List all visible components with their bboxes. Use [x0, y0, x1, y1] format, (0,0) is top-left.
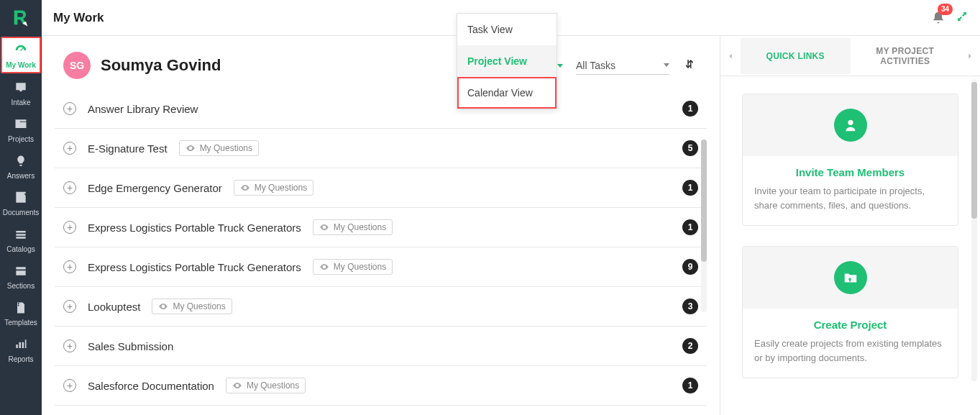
documents-icon	[13, 190, 29, 206]
project-row[interactable]: +Answer Library Review1	[55, 89, 707, 129]
eye-icon	[319, 222, 329, 232]
app-logo[interactable]	[0, 0, 42, 36]
tabs-prev-button[interactable]	[720, 51, 741, 61]
expand-row-button[interactable]: +	[63, 221, 76, 234]
my-questions-chip[interactable]: My Questions	[226, 378, 306, 393]
expand-row-button[interactable]: +	[63, 339, 76, 352]
count-badge: 5	[682, 140, 698, 156]
eye-icon	[232, 380, 242, 391]
expand-icon	[956, 10, 968, 23]
view-menu-item-task[interactable]: Task View	[457, 14, 557, 45]
sidebar-item-label: Projects	[8, 135, 34, 143]
sidebar-item-intake[interactable]: Intake	[1, 74, 41, 111]
folder-share-icon	[843, 270, 858, 286]
chevron-down-icon	[664, 63, 669, 67]
sidebar-item-label: Catalogs	[6, 245, 35, 253]
eye-icon	[240, 183, 250, 193]
my-questions-chip[interactable]: My Questions	[234, 180, 313, 196]
templates-icon	[13, 300, 29, 316]
lightbulb-icon	[13, 153, 29, 169]
expand-row-button[interactable]: +	[63, 260, 76, 273]
scrollbar[interactable]	[701, 140, 707, 312]
notifications-button[interactable]: 34	[928, 8, 948, 28]
project-row[interactable]: +Sales Submission2	[55, 327, 707, 366]
quick-link-desc: Invite your team to participate in proje…	[754, 184, 946, 212]
sidebar-item-my-work[interactable]: My Work	[1, 37, 41, 73]
quick-link-desc: Easily create projects from existing tem…	[754, 337, 946, 365]
sidebar-item-label: Answers	[7, 172, 35, 180]
sidebar-item-label: Templates	[4, 319, 37, 327]
avatar: SG	[63, 52, 91, 79]
left-sidebar: My Work Intake Projects Answers Document…	[0, 0, 42, 415]
project-row[interactable]: +Salesforce DocumentationMy Questions1	[55, 366, 707, 406]
expand-row-button[interactable]: +	[63, 379, 76, 392]
sidebar-item-documents[interactable]: Documents	[1, 184, 41, 221]
expand-row-button[interactable]: +	[63, 102, 76, 115]
project-row[interactable]: +Express Logistics Portable Truck Genera…	[55, 208, 707, 247]
main-content: SG Soumya Govind Project View All Tasks …	[42, 36, 720, 415]
user-name: Soumya Govind	[101, 56, 221, 75]
sidebar-item-label: Documents	[3, 209, 40, 216]
sidebar-item-templates[interactable]: Templates	[1, 294, 41, 331]
user-icon	[843, 117, 858, 133]
sidebar-item-catalogs[interactable]: Catalogs	[1, 221, 41, 257]
tab-quick-links[interactable]: QUICK LINKS	[741, 38, 851, 74]
expand-row-button[interactable]: +	[63, 142, 76, 155]
inbox-icon	[13, 80, 29, 96]
sidebar-item-reports[interactable]: Reports	[1, 331, 41, 368]
sidebar-item-projects[interactable]: Projects	[1, 111, 41, 147]
sidebar-item-sections[interactable]: Sections	[1, 257, 41, 294]
right-panel-content: Invite Team Members Invite your team to …	[720, 76, 980, 396]
project-row[interactable]: +Edge Emergency GeneratorMy Questions1	[55, 168, 707, 208]
scrollbar-thumb[interactable]	[701, 140, 707, 262]
view-menu-item-calendar[interactable]: Calendar View	[457, 77, 557, 109]
expand-row-button[interactable]: +	[63, 181, 76, 194]
project-name: Express Logistics Portable Truck Generat…	[88, 261, 301, 273]
page-title: My Work	[53, 11, 104, 25]
my-questions-chip[interactable]: My Questions	[313, 219, 393, 235]
count-badge: 9	[682, 259, 698, 275]
eye-icon	[319, 262, 329, 272]
expand-row-button[interactable]: +	[63, 300, 76, 313]
scrollbar[interactable]	[971, 79, 977, 381]
my-questions-chip[interactable]: My Questions	[152, 298, 232, 314]
project-name: Sales Submission	[88, 340, 173, 352]
reports-icon	[13, 337, 29, 352]
sidebar-item-answers[interactable]: Answers	[1, 147, 41, 184]
sidebar-item-label: Reports	[8, 355, 33, 363]
sections-icon	[13, 263, 29, 279]
tabs-next-button[interactable]	[960, 51, 980, 61]
catalog-icon	[13, 227, 29, 242]
view-menu-item-project[interactable]: Project View	[457, 45, 557, 77]
my-questions-chip[interactable]: My Questions	[179, 140, 259, 156]
sort-button[interactable]	[682, 56, 698, 75]
my-questions-chip[interactable]: My Questions	[313, 259, 393, 275]
count-badge: 1	[682, 219, 698, 235]
project-name: Answer Library Review	[88, 103, 198, 115]
tab-my-project-activities[interactable]: MY PROJECT ACTIVITIES	[851, 33, 961, 79]
project-row[interactable]: +LookuptestMy Questions3	[55, 287, 707, 327]
fullscreen-button[interactable]	[956, 10, 968, 26]
logo-icon	[11, 8, 31, 28]
project-list: +Answer Library Review1+E-Signature Test…	[42, 89, 720, 406]
project-name: Salesforce Documentation	[88, 380, 214, 392]
count-badge: 1	[682, 180, 698, 196]
sidebar-item-label: Sections	[7, 282, 35, 290]
quick-link-create-project[interactable]: Create Project Easily create projects fr…	[742, 246, 958, 378]
scrollbar-thumb[interactable]	[971, 82, 977, 219]
count-badge: 1	[682, 101, 698, 117]
project-row[interactable]: +E-Signature TestMy Questions5	[55, 129, 707, 168]
quick-link-title: Create Project	[754, 319, 946, 331]
count-badge: 1	[682, 378, 698, 393]
view-select-menu: Task View Project View Calendar View	[457, 13, 557, 109]
sidebar-item-label: My Work	[6, 61, 36, 69]
task-filter-select[interactable]: All Tasks	[576, 57, 669, 75]
quick-link-invite-team[interactable]: Invite Team Members Invite your team to …	[742, 94, 958, 226]
chevron-right-icon	[965, 51, 975, 61]
right-panel-tabs: QUICK LINKS MY PROJECT ACTIVITIES	[720, 36, 980, 76]
sidebar-item-label: Intake	[11, 99, 30, 106]
quick-link-title: Invite Team Members	[754, 166, 946, 178]
eye-icon	[158, 301, 168, 311]
project-row[interactable]: +Express Logistics Portable Truck Genera…	[55, 247, 707, 287]
count-badge: 3	[682, 298, 698, 314]
